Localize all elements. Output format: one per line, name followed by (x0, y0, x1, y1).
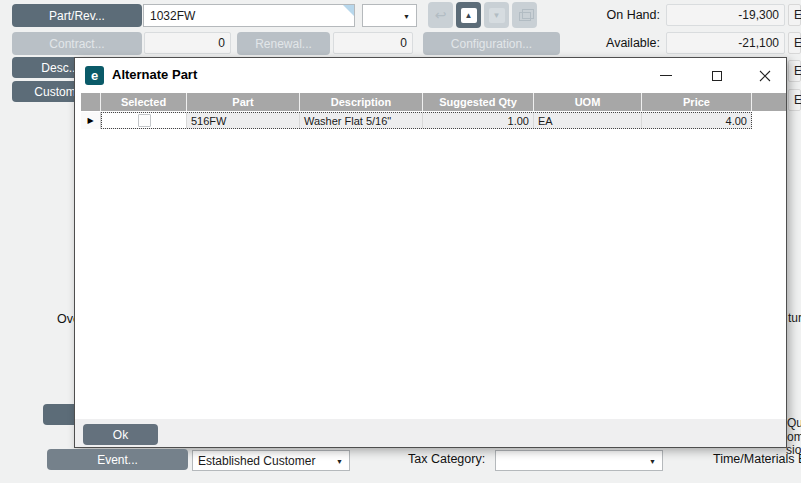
row-selector-cell[interactable]: ▶ (81, 112, 101, 129)
down-arrow-icon: ▼ (489, 8, 505, 23)
changed-indicator-icon (343, 5, 354, 16)
contract-button: Contract... (12, 32, 142, 55)
dialog-titlebar[interactable]: e Alternate Part (75, 58, 786, 93)
column-header-suggested-qty[interactable]: Suggested Qty (423, 93, 534, 111)
chevron-down-icon: ▼ (403, 12, 410, 19)
up-arrow-icon: ▲ (461, 8, 477, 23)
on-hand-label: On Hand: (560, 8, 660, 22)
ok-button[interactable]: Ok (83, 424, 158, 445)
clipped-text: E (794, 36, 801, 50)
part-rev-button[interactable]: Part/Rev... (12, 4, 142, 27)
customer-type-dropdown[interactable]: Established Customer ▼ (192, 450, 350, 471)
windows-icon (519, 12, 531, 21)
chevron-down-icon: ▼ (649, 457, 656, 464)
table-row[interactable]: ▶ 516FW Washer Flat 5/16" 1.00 EA 4.00 (81, 112, 787, 129)
clipped-text: E (794, 93, 801, 107)
epicor-logo: e (85, 66, 104, 85)
event-button[interactable]: Event... (47, 449, 188, 470)
clipped-text: ture (788, 311, 801, 325)
grid-header-row: Selected Part Description Suggested Qty … (81, 93, 787, 111)
renewal-count-field: 0 (333, 32, 413, 54)
row-selector-icon: ▶ (87, 116, 93, 125)
clipped-text: E (794, 8, 801, 22)
selected-checkbox[interactable] (138, 114, 151, 127)
undo-change-button: ↩ (428, 2, 453, 28)
minimize-button[interactable] (652, 65, 680, 86)
customer-type-value: Established Customer (198, 454, 315, 468)
column-header-price[interactable]: Price (642, 93, 752, 111)
chevron-down-icon: ▼ (336, 457, 343, 464)
clipped-text: E (794, 64, 801, 78)
row-selector-header (81, 93, 101, 111)
column-header-description[interactable]: Description (300, 93, 423, 111)
undo-arrow-icon: ↩ (435, 8, 447, 22)
part-cell[interactable]: 516FW (187, 113, 300, 128)
revision-dropdown[interactable]: ▼ (362, 4, 417, 27)
alternate-part-dialog: e Alternate Part Selected Part Descripti… (74, 57, 787, 448)
column-header-selected[interactable]: Selected (101, 93, 187, 111)
configuration-button: Configuration... (423, 32, 560, 55)
column-header-part[interactable]: Part (187, 93, 300, 111)
clipped-text: Qu (787, 416, 801, 430)
price-cell[interactable]: 4.00 (642, 113, 751, 128)
app-window: Part/Rev... 1032FW ▼ ↩ ▲ ▼ On Hand: -19,… (0, 0, 801, 483)
description-cell[interactable]: Washer Flat 5/16" (300, 113, 423, 128)
part-input-value: 1032FW (150, 9, 195, 23)
tax-category-dropdown[interactable]: ▼ (495, 450, 663, 471)
close-icon (759, 70, 771, 82)
alternate-part-grid: Selected Part Description Suggested Qty … (81, 93, 787, 129)
move-down-button: ▼ (484, 2, 509, 28)
open-window-button (512, 2, 537, 28)
column-header-extra (752, 93, 787, 111)
available-value: -21,100 (666, 32, 785, 54)
column-header-uom[interactable]: UOM (534, 93, 642, 111)
dialog-footer (75, 419, 786, 448)
maximize-icon (712, 71, 722, 81)
renewal-button: Renewal... (237, 32, 330, 55)
uom-cell[interactable]: EA (534, 113, 642, 128)
dialog-title: Alternate Part (112, 67, 197, 82)
contract-count-field: 0 (144, 32, 231, 54)
available-label: Available: (560, 36, 660, 50)
row-cells: 516FW Washer Flat 5/16" 1.00 EA 4.00 (101, 112, 752, 129)
part-input[interactable]: 1032FW (143, 4, 355, 27)
maximize-button[interactable] (703, 65, 731, 86)
selected-cell[interactable] (102, 113, 187, 128)
minimize-icon (660, 75, 672, 76)
suggested-qty-cell[interactable]: 1.00 (423, 113, 534, 128)
clipped-text: om (787, 430, 801, 444)
on-hand-value: -19,300 (666, 4, 785, 26)
close-button[interactable] (751, 65, 779, 86)
tax-category-label: Tax Category: (408, 452, 485, 466)
move-up-button[interactable]: ▲ (456, 2, 481, 28)
time-materials-label: Time/Materials E (713, 452, 801, 466)
